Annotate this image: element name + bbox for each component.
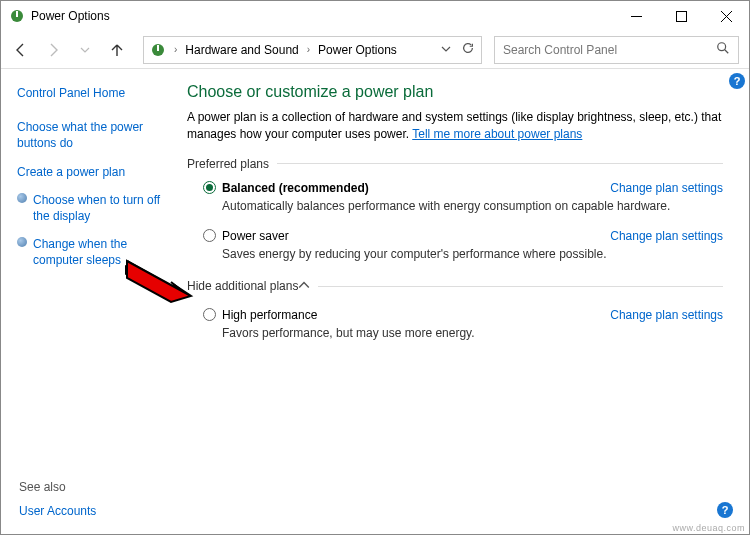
app-icon <box>9 8 25 24</box>
highperf-settings-link[interactable]: Change plan settings <box>610 308 723 322</box>
highperf-radio[interactable] <box>203 308 216 321</box>
powersaver-radio[interactable] <box>203 229 216 242</box>
powersaver-desc: Saves energy by reducing your computer's… <box>222 247 723 261</box>
svg-rect-3 <box>677 11 687 21</box>
page-heading: Choose or customize a power plan <box>187 83 723 101</box>
balanced-label: Balanced (recommended) <box>222 181 369 195</box>
annotation-arrow <box>121 256 201 314</box>
powersaver-label: Power saver <box>222 229 289 243</box>
forward-button[interactable] <box>39 36 67 64</box>
highperf-desc: Favors performance, but may use more ene… <box>222 326 723 340</box>
svg-marker-11 <box>127 261 191 302</box>
title-bar: Power Options <box>1 1 749 31</box>
help-icon[interactable]: ? <box>717 502 733 518</box>
intro-text: A power plan is a collection of hardware… <box>187 109 723 143</box>
maximize-button[interactable] <box>659 1 704 31</box>
watermark: www.deuaq.com <box>672 523 745 533</box>
svg-rect-1 <box>16 11 18 17</box>
refresh-button[interactable] <box>461 41 475 58</box>
see-also-label: See also <box>19 480 96 494</box>
sidebar-create-plan[interactable]: Create a power plan <box>17 164 125 180</box>
close-button[interactable] <box>704 1 749 31</box>
sidebar-choose-buttons[interactable]: Choose what the power buttons do <box>17 119 169 151</box>
up-button[interactable] <box>103 36 131 64</box>
back-button[interactable] <box>7 36 35 64</box>
chevron-up-icon <box>298 279 310 294</box>
shield-icon <box>17 237 29 249</box>
powersaver-settings-link[interactable]: Change plan settings <box>610 229 723 243</box>
learn-more-link[interactable]: Tell me more about power plans <box>412 127 582 141</box>
preferred-plans-header: Preferred plans <box>187 157 723 171</box>
user-accounts-link[interactable]: User Accounts <box>19 504 96 518</box>
search-icon <box>716 41 730 58</box>
location-icon <box>150 42 166 58</box>
control-panel-home-link[interactable]: Control Panel Home <box>17 85 169 101</box>
minimize-button[interactable] <box>614 1 659 31</box>
svg-rect-7 <box>157 45 159 51</box>
window-title: Power Options <box>31 9 614 23</box>
svg-point-8 <box>718 43 726 51</box>
additional-plans-toggle[interactable]: Hide additional plans <box>187 279 723 294</box>
chevron-right-icon[interactable]: › <box>174 44 177 55</box>
highperf-label: High performance <box>222 308 317 322</box>
shield-icon <box>17 193 29 205</box>
svg-line-9 <box>725 50 729 54</box>
chevron-down-icon[interactable] <box>441 43 451 57</box>
balanced-desc: Automatically balances performance with … <box>222 199 723 213</box>
help-icon[interactable]: ? <box>729 73 745 89</box>
main-panel: Choose or customize a power plan A power… <box>179 69 749 518</box>
toolbar: › Hardware and Sound › Power Options Sea… <box>1 31 749 69</box>
search-input[interactable]: Search Control Panel <box>494 36 739 64</box>
chevron-right-icon[interactable]: › <box>307 44 310 55</box>
breadcrumb-hardware[interactable]: Hardware and Sound <box>185 43 298 57</box>
sidebar-turn-off-display[interactable]: Choose when to turn off the display <box>33 192 169 224</box>
search-placeholder: Search Control Panel <box>503 43 617 57</box>
recent-dropdown[interactable] <box>71 36 99 64</box>
balanced-radio[interactable] <box>203 181 216 194</box>
breadcrumb-power[interactable]: Power Options <box>318 43 397 57</box>
address-bar[interactable]: › Hardware and Sound › Power Options <box>143 36 482 64</box>
balanced-settings-link[interactable]: Change plan settings <box>610 181 723 195</box>
